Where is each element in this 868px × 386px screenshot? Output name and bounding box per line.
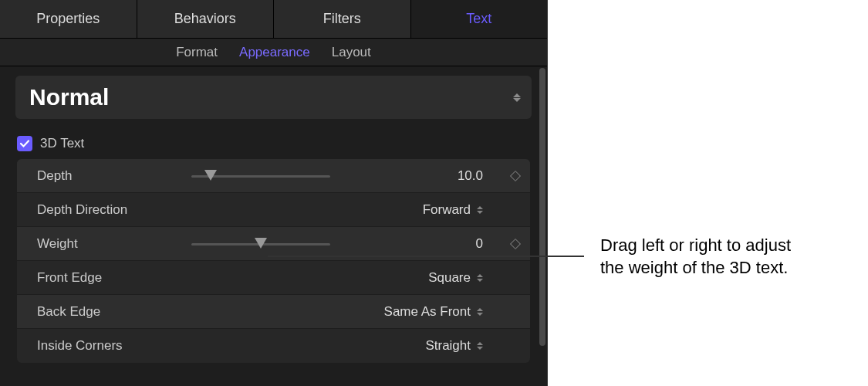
param-row-depth-direction: Depth Direction Forward bbox=[17, 193, 530, 227]
tab-filters[interactable]: Filters bbox=[274, 0, 411, 38]
param-row-front-edge: Front Edge Square bbox=[17, 261, 530, 295]
select-inside-corners[interactable]: Straight bbox=[338, 338, 492, 354]
check-icon bbox=[19, 138, 30, 149]
param-label-weight: Weight bbox=[37, 236, 191, 252]
param-row-back-edge: Back Edge Same As Front bbox=[17, 295, 530, 329]
sub-tab-appearance[interactable]: Appearance bbox=[239, 45, 310, 60]
param-row-inside-corners: Inside Corners Straight bbox=[17, 329, 530, 363]
tab-behaviors[interactable]: Behaviors bbox=[137, 0, 275, 38]
params-group: Depth 10.0 Depth Direction Forward bbox=[17, 159, 530, 363]
param-row-depth: Depth 10.0 bbox=[17, 159, 530, 193]
tab-properties[interactable]: Properties bbox=[0, 0, 137, 38]
checkbox-3d-text[interactable] bbox=[17, 136, 32, 151]
select-back-edge[interactable]: Same As Front bbox=[338, 304, 492, 320]
stepper-icon bbox=[477, 206, 483, 214]
value-depth[interactable]: 10.0 bbox=[338, 168, 492, 184]
sub-tab-format[interactable]: Format bbox=[176, 45, 218, 60]
scrollbar-thumb[interactable] bbox=[539, 68, 545, 346]
stepper-icon bbox=[477, 308, 483, 316]
param-label-front-edge: Front Edge bbox=[37, 270, 191, 286]
callout-text: Drag left or right to adjust the weight … bbox=[600, 235, 791, 279]
callout-leader-line bbox=[268, 256, 584, 257]
param-label-inside-corners: Inside Corners bbox=[37, 338, 191, 354]
value-weight[interactable]: 0 bbox=[338, 236, 492, 252]
dropdown-stepper-icon bbox=[513, 93, 521, 102]
sub-tabs: Format Appearance Layout bbox=[0, 39, 547, 66]
scrollbar[interactable] bbox=[538, 68, 547, 386]
param-label-depth: Depth bbox=[37, 168, 191, 184]
tab-text[interactable]: Text bbox=[411, 0, 548, 38]
section-label: 3D Text bbox=[40, 136, 84, 151]
slider-weight[interactable] bbox=[191, 236, 330, 252]
keyframe-weight[interactable] bbox=[510, 238, 521, 249]
stepper-icon bbox=[477, 274, 483, 282]
slider-thumb-depth[interactable] bbox=[204, 170, 217, 181]
section-3d-text-header: 3D Text bbox=[0, 128, 547, 159]
select-front-edge[interactable]: Square bbox=[338, 270, 492, 286]
slider-thumb-weight[interactable] bbox=[255, 238, 267, 249]
select-depth-direction[interactable]: Forward bbox=[338, 202, 492, 218]
inspector-panel: Properties Behaviors Filters Text Format… bbox=[0, 0, 548, 386]
slider-depth[interactable] bbox=[191, 168, 330, 184]
sub-tab-layout[interactable]: Layout bbox=[332, 45, 371, 60]
keyframe-depth[interactable] bbox=[510, 170, 521, 181]
main-tabs: Properties Behaviors Filters Text bbox=[0, 0, 547, 39]
stepper-icon bbox=[477, 342, 483, 350]
param-label-back-edge: Back Edge bbox=[37, 304, 191, 320]
param-label-depth-direction: Depth Direction bbox=[37, 202, 191, 218]
style-preset-label: Normal bbox=[29, 84, 109, 110]
style-preset-dropdown[interactable]: Normal bbox=[15, 76, 532, 119]
